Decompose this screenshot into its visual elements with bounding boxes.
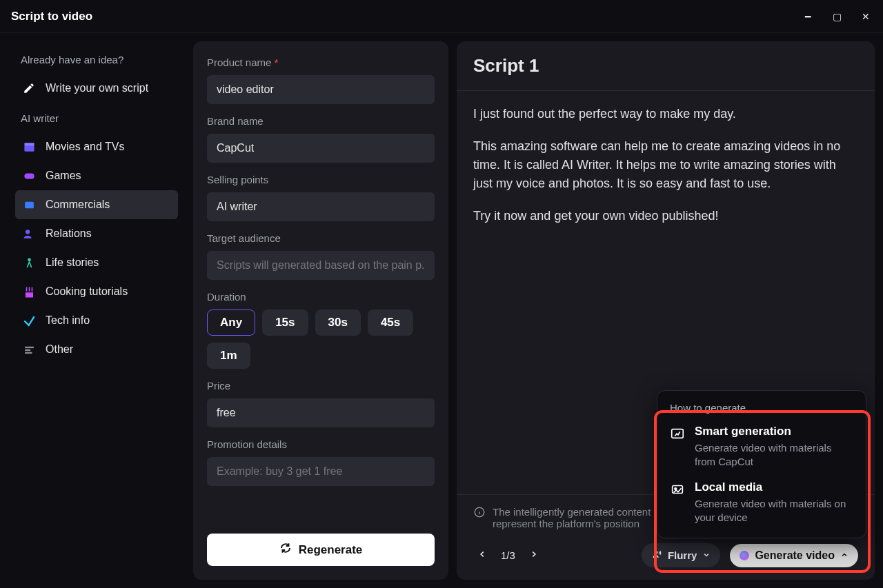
selling-points-input[interactable] xyxy=(207,192,435,221)
svg-rect-3 xyxy=(25,201,34,208)
voice-select[interactable]: Flurry xyxy=(642,543,721,567)
maximize-icon[interactable]: ▢ xyxy=(831,11,843,22)
sidebar-item-tech[interactable]: Tech info xyxy=(15,306,178,335)
target-audience-input[interactable] xyxy=(207,251,435,280)
label-promotion: Promotion details xyxy=(207,438,435,450)
sidebar-item-write-own[interactable]: Write your own script xyxy=(15,74,178,103)
minimize-icon[interactable]: ━ xyxy=(802,11,814,22)
refresh-icon xyxy=(279,542,292,558)
duration-30s[interactable]: 30s xyxy=(315,310,361,336)
duration-chips: Any 15s 30s 45s 1m xyxy=(207,310,435,369)
voice-icon xyxy=(651,549,662,562)
label-target-audience: Target audience xyxy=(207,232,435,244)
window-title: Script to video xyxy=(11,10,92,23)
smart-gen-icon xyxy=(670,426,685,441)
local-media-icon xyxy=(670,482,685,497)
script-paragraph: I just found out the perfect way to make… xyxy=(473,105,858,123)
popup-option-desc: Generate video with materials from CapCu… xyxy=(695,441,853,468)
sidebar-item-label: Other xyxy=(46,343,73,356)
generate-video-button[interactable]: Generate video xyxy=(730,544,858,567)
pencil-icon xyxy=(22,81,36,95)
megaphone-icon xyxy=(22,198,36,212)
form-panel: Product name * Brand name Selling points… xyxy=(193,41,448,580)
sidebar-item-relations[interactable]: Relations xyxy=(15,219,178,248)
svg-rect-1 xyxy=(24,143,34,145)
sidebar-section-idea: Already have an idea? xyxy=(21,54,172,65)
label-selling-points: Selling points xyxy=(207,174,435,185)
prev-script-button[interactable] xyxy=(473,545,491,565)
titlebar: Script to video ━ ▢ ✕ xyxy=(0,0,883,33)
sidebar-item-commercials[interactable]: Commercials xyxy=(15,190,178,219)
script-paragraph: This amazing software can help me to cre… xyxy=(473,137,858,193)
duration-45s[interactable]: 45s xyxy=(368,310,413,336)
svg-rect-0 xyxy=(24,145,34,152)
svg-rect-6 xyxy=(25,346,34,347)
chevron-up-icon xyxy=(840,549,849,562)
popup-option-local[interactable]: Local media Generate video with material… xyxy=(670,480,853,524)
info-icon xyxy=(473,506,486,520)
script-paragraph: Try it now and get your own video publis… xyxy=(473,207,858,225)
sidebar-item-label: Cooking tutorials xyxy=(46,285,128,298)
svg-rect-2 xyxy=(24,173,34,179)
price-input[interactable] xyxy=(207,398,435,427)
script-title: Script 1 xyxy=(457,41,875,91)
next-script-button[interactable] xyxy=(525,545,543,565)
chevron-down-icon xyxy=(702,549,711,561)
sparkle-icon xyxy=(740,551,749,560)
other-icon xyxy=(22,343,36,356)
bottom-bar: 1/3 Flurry Generate video xyxy=(457,536,875,580)
popup-option-smart[interactable]: Smart generation Generate video with mat… xyxy=(670,425,853,468)
sidebar-item-life-stories[interactable]: Life stories xyxy=(15,248,178,277)
window-controls: ━ ▢ ✕ xyxy=(802,11,872,22)
svg-point-4 xyxy=(25,230,29,234)
life-icon xyxy=(22,256,36,270)
sidebar-item-other[interactable]: Other xyxy=(15,335,178,364)
generate-label: Generate video xyxy=(755,549,835,562)
label-product-name: Product name * xyxy=(207,57,435,68)
generate-popup: How to generate Smart generation Generat… xyxy=(657,390,866,538)
sidebar-item-games[interactable]: Games xyxy=(15,161,178,190)
gamepad-icon xyxy=(22,169,36,183)
regenerate-button[interactable]: Regenerate xyxy=(207,534,435,566)
duration-1m[interactable]: 1m xyxy=(207,343,250,369)
popup-option-desc: Generate video with materials on your de… xyxy=(695,497,853,524)
sidebar-section-ai: AI writer xyxy=(21,112,172,124)
sidebar-item-movies[interactable]: Movies and TVs xyxy=(15,132,178,161)
sidebar-item-label: Life stories xyxy=(46,256,99,269)
brand-name-input[interactable] xyxy=(207,134,435,163)
label-price: Price xyxy=(207,380,435,392)
sidebar-item-label: Relations xyxy=(46,227,92,240)
page-indicator: 1/3 xyxy=(501,549,515,561)
product-name-input[interactable] xyxy=(207,75,435,104)
label-duration: Duration xyxy=(207,291,435,303)
regenerate-label: Regenerate xyxy=(299,543,363,557)
voice-label: Flurry xyxy=(668,549,697,561)
svg-rect-8 xyxy=(25,352,32,353)
sidebar-item-cooking[interactable]: Cooking tutorials xyxy=(15,277,178,306)
sidebar-item-label: Write your own script xyxy=(46,82,148,94)
svg-point-12 xyxy=(655,551,657,554)
sidebar-item-label: Movies and TVs xyxy=(46,141,124,153)
people-icon xyxy=(22,227,36,241)
script-panel: Script 1 I just found out the perfect wa… xyxy=(457,41,875,580)
tech-icon xyxy=(22,314,36,327)
close-icon[interactable]: ✕ xyxy=(860,11,872,22)
sidebar-item-label: Commercials xyxy=(46,199,110,211)
svg-rect-7 xyxy=(25,349,30,350)
label-brand-name: Brand name xyxy=(207,115,435,127)
popup-title: How to generate xyxy=(670,402,853,414)
promotion-input[interactable] xyxy=(207,457,435,486)
sidebar-item-label: Games xyxy=(46,170,81,182)
cooking-icon xyxy=(22,285,36,298)
duration-any[interactable]: Any xyxy=(207,310,255,336)
duration-15s[interactable]: 15s xyxy=(262,310,308,336)
popup-option-title: Smart generation xyxy=(695,425,853,438)
sidebar: Already have an idea? Write your own scr… xyxy=(8,41,185,580)
clapper-icon xyxy=(22,140,36,154)
sidebar-item-label: Tech info xyxy=(46,314,90,327)
popup-option-title: Local media xyxy=(695,480,853,494)
